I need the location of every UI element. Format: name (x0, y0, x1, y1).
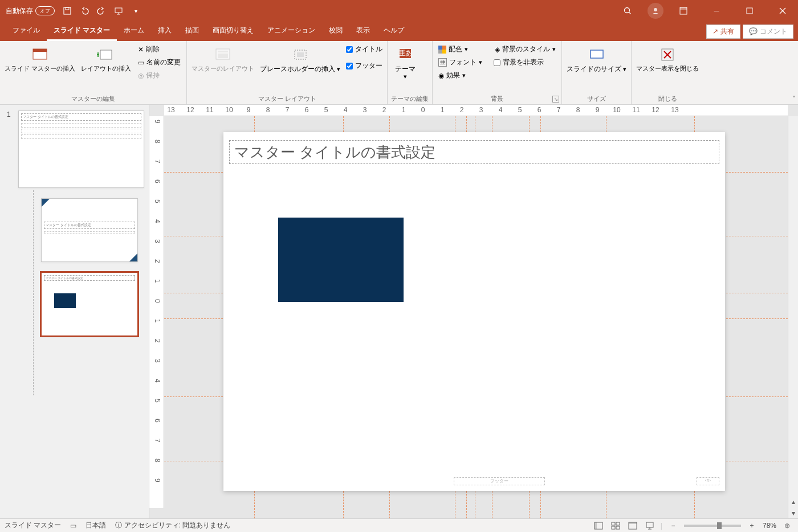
fonts-button[interactable]: 亜フォント ▾ (436, 56, 484, 68)
layout-thumb-wrap-2: マスター タイトルの書式設定 (5, 272, 144, 336)
comment-label: コメント (760, 27, 787, 36)
title-checkbox[interactable]: タイトル (345, 43, 384, 55)
tab-file[interactable]: ファイル (6, 22, 47, 41)
theme-button[interactable]: 亜あ テーマ▾ (391, 43, 420, 83)
status-view[interactable]: スライド マスター (5, 521, 61, 530)
layout-thumbnail-1[interactable]: マスター タイトルの書式設定 (41, 198, 138, 262)
normal-view-icon[interactable] (592, 521, 605, 531)
ribbon-display-icon[interactable] (670, 0, 697, 22)
tab-transitions[interactable]: 画面切り替え (206, 22, 260, 41)
tab-view[interactable]: 表示 (349, 22, 377, 41)
footer-checkbox-input[interactable] (346, 63, 353, 69)
rename-button[interactable]: ▭名前の変更 (136, 56, 183, 68)
effects-icon: ◉ (438, 72, 444, 80)
tab-review[interactable]: 校閲 (322, 22, 349, 41)
a11y-feedback-icon[interactable]: ▭ (70, 522, 76, 530)
insert-placeholder-button[interactable]: プレースホルダーの挿入 ▾ (259, 43, 341, 75)
zoom-handle[interactable] (717, 522, 722, 529)
preserve-icon: ◎ (138, 72, 144, 80)
preserve-button[interactable]: ◎保持 (136, 69, 183, 81)
ribbon-tabs: ファイル スライド マスター ホーム 挿入 描画 画面切り替え アニメーション … (0, 22, 798, 41)
thumbnail-pane[interactable]: 1 マスター タイトルの書式設定 マスター タイトルの書式設定 マスター タイト… (0, 105, 149, 518)
autosave-toggle[interactable]: 自動保存 オフ (6, 6, 55, 16)
maximize-icon[interactable] (736, 0, 763, 22)
save-icon[interactable] (62, 5, 73, 17)
svg-rect-20 (438, 50, 442, 54)
tab-animations[interactable]: アニメーション (260, 22, 322, 41)
group-master-layout: マスターのレイアウト プレースホルダーの挿入 ▾ タイトル フッター マスター … (187, 41, 388, 104)
bg-styles-button[interactable]: ◈背景のスタイル ▾ (492, 43, 558, 55)
vertical-scrollbar[interactable]: ▴ ▾ (788, 116, 798, 518)
horizontal-ruler[interactable]: 13121110987654321012345678910111213 (164, 105, 788, 116)
title-checkbox-label: タイトル (355, 44, 382, 54)
svg-rect-2 (115, 8, 122, 13)
footer-checkbox[interactable]: フッター (345, 60, 384, 72)
effects-button[interactable]: ◉効果 ▾ (436, 69, 484, 81)
qat-dropdown-icon[interactable]: ▾ (130, 5, 141, 17)
status-accessibility[interactable]: ⓘ アクセシビリティ: 問題ありません (115, 521, 230, 530)
thumb-shape (54, 293, 76, 308)
fit-window-icon[interactable]: ⊕ (781, 521, 793, 531)
zoom-slider[interactable] (684, 525, 741, 527)
search-icon[interactable] (614, 0, 641, 22)
slide[interactable]: マスター タイトルの書式設定 フッター ‹#› (223, 132, 725, 491)
vertical-ruler[interactable]: 9876543210123456789 (149, 116, 164, 508)
bg-styles-label: 背景のスタイル (502, 44, 550, 54)
tab-draw[interactable]: 描画 (178, 22, 206, 41)
canvas[interactable]: マスター タイトルの書式設定 フッター ‹#› (164, 116, 788, 518)
tab-home[interactable]: ホーム (117, 22, 151, 41)
insert-layout-icon (97, 46, 115, 64)
insert-layout-button[interactable]: レイアウトの挿入 (80, 43, 132, 75)
redo-icon[interactable] (96, 5, 107, 17)
close-icon[interactable] (769, 0, 796, 22)
footer-placeholder[interactable]: フッター (454, 477, 545, 485)
master-thumbnail[interactable]: マスター タイトルの書式設定 (18, 111, 144, 188)
hide-bg-checkbox[interactable]: 背景を非表示 (492, 56, 558, 68)
group-label-master-layout: マスター レイアウト (190, 93, 384, 104)
title-placeholder[interactable]: マスター タイトルの書式設定 (229, 140, 719, 164)
insert-slide-master-button[interactable]: スライド マスターの挿入 (3, 43, 76, 75)
zoom-level[interactable]: 78% (763, 522, 776, 530)
layout-thumbnail-2[interactable]: マスター タイトルの書式設定 (41, 272, 138, 336)
group-label-master-edit: マスターの編集 (3, 93, 183, 104)
layout-thumb-wrap-1: マスター タイトルの書式設定 (5, 198, 144, 262)
status-language[interactable]: 日本語 (85, 521, 106, 530)
tab-slide-master[interactable]: スライド マスター (47, 22, 117, 41)
zoom-out-icon[interactable]: − (667, 521, 679, 531)
sorter-view-icon[interactable] (609, 521, 622, 531)
hide-bg-input[interactable] (494, 59, 500, 66)
colors-icon (438, 46, 446, 54)
slideshow-icon[interactable] (113, 5, 124, 17)
colors-button[interactable]: 配色 ▾ (436, 43, 484, 55)
rectangle-shape[interactable] (278, 218, 404, 302)
slideshow-view-icon[interactable] (644, 521, 656, 531)
tab-help[interactable]: ヘルプ (377, 22, 411, 41)
thumb-body-ph (21, 129, 141, 133)
autosave-state: オフ (35, 6, 55, 15)
delete-button[interactable]: ✕削除 (136, 43, 183, 55)
close-master-button[interactable]: マスター表示を閉じる (635, 43, 700, 75)
colors-label: 配色 (449, 44, 462, 54)
background-dialog-launcher[interactable]: ↘ (552, 96, 559, 103)
scroll-down-icon[interactable]: ▾ (788, 508, 798, 518)
title-bar: 自動保存 オフ ▾ ─ (0, 0, 798, 22)
corner-decoration (129, 253, 137, 261)
zoom-in-icon[interactable]: + (746, 521, 758, 531)
slide-size-label: スライドのサイズ ▾ (567, 65, 626, 73)
slide-number-placeholder[interactable]: ‹#› (697, 477, 719, 485)
slide-size-button[interactable]: スライドのサイズ ▾ (565, 43, 628, 75)
minimize-icon[interactable]: ─ (703, 0, 730, 22)
insert-slide-master-icon (31, 46, 49, 64)
tab-insert[interactable]: 挿入 (151, 22, 178, 41)
user-avatar-icon[interactable] (648, 3, 663, 19)
undo-icon[interactable] (79, 5, 90, 17)
svg-point-3 (625, 8, 630, 13)
svg-rect-9 (33, 49, 47, 52)
title-checkbox-input[interactable] (346, 46, 353, 53)
svg-rect-12 (218, 51, 228, 52)
comment-button[interactable]: 💬コメント (743, 24, 793, 39)
collapse-ribbon-icon[interactable]: ˄ (792, 95, 796, 103)
scroll-up-icon[interactable]: ▴ (788, 497, 798, 507)
share-button[interactable]: ↗共有 (706, 24, 740, 39)
reading-view-icon[interactable] (626, 521, 639, 531)
